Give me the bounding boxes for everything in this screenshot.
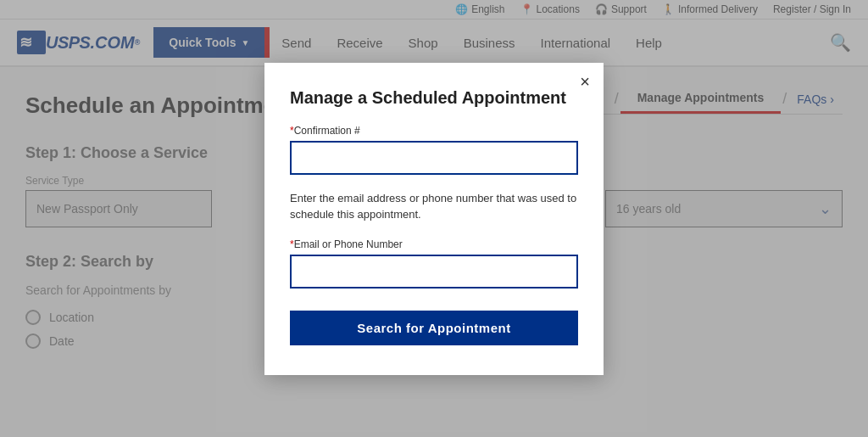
modal-overlay: × Manage a Scheduled Appointment *Confir… bbox=[0, 0, 868, 374]
confirmation-label: *Confirmation # bbox=[290, 125, 578, 137]
search-appointment-label: Search for Appointment bbox=[357, 321, 510, 335]
modal-close-button[interactable]: × bbox=[580, 73, 590, 90]
confirmation-input[interactable] bbox=[290, 141, 578, 175]
email-phone-label: *Email or Phone Number bbox=[290, 238, 578, 250]
email-phone-input[interactable] bbox=[290, 255, 578, 289]
manage-appointment-modal: × Manage a Scheduled Appointment *Confir… bbox=[264, 63, 604, 375]
modal-hint-text: Enter the email address or phone number … bbox=[290, 190, 578, 223]
search-appointment-button[interactable]: Search for Appointment bbox=[290, 311, 578, 345]
modal-title: Manage a Scheduled Appointment bbox=[290, 88, 578, 108]
